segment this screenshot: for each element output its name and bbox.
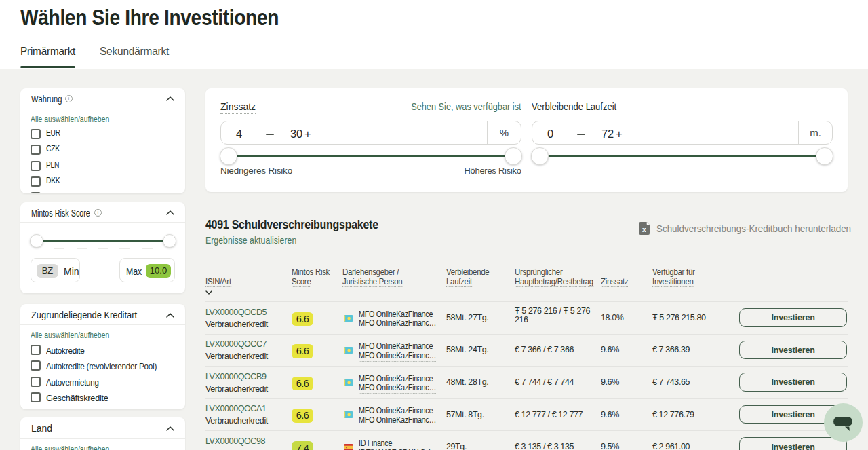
svg-text:x: x xyxy=(642,226,646,233)
